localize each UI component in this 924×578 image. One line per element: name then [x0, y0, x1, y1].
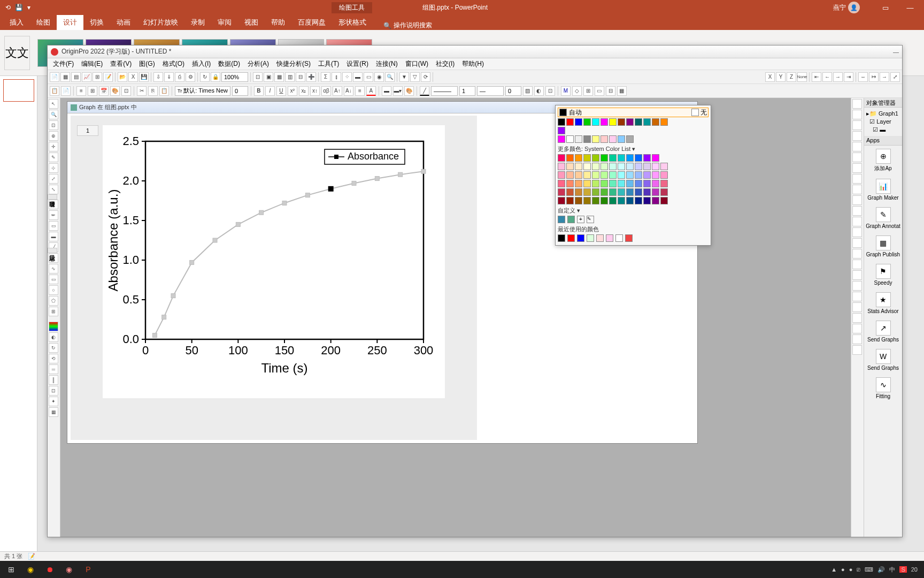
color-swatch[interactable] — [583, 197, 591, 204]
font-combo[interactable]: Tr 默认: Times New — [175, 86, 230, 96]
color-swatch[interactable] — [618, 180, 625, 187]
start-icon[interactable]: ⊞ — [3, 562, 19, 576]
color-swatch[interactable] — [660, 180, 668, 187]
color-swatch[interactable] — [626, 163, 634, 170]
rt-14[interactable] — [852, 238, 862, 248]
color-swatch[interactable] — [600, 197, 608, 204]
3d-rotate-icon[interactable]: ⟲ — [49, 354, 58, 363]
line-style-combo[interactable]: ——— — [431, 86, 458, 96]
notes-icon[interactable]: 📝 — [28, 553, 35, 560]
recalculate-icon[interactable]: ↻ — [200, 72, 210, 82]
rt-17[interactable] — [852, 270, 862, 280]
tab-draw[interactable]: 绘图 — [30, 15, 57, 30]
menu-social[interactable]: 社交(I) — [433, 58, 458, 70]
tray-1-icon[interactable]: ● — [841, 566, 845, 573]
color-swatch[interactable] — [626, 188, 634, 196]
none-col-icon[interactable]: None — [797, 72, 807, 82]
merge-icon[interactable]: ▦ — [274, 72, 284, 82]
rt-2[interactable] — [852, 110, 862, 119]
color-swatch[interactable] — [566, 118, 574, 126]
color-swatch[interactable] — [609, 118, 617, 126]
align-icon[interactable]: ≡ — [355, 86, 365, 96]
color-swatch[interactable] — [566, 135, 574, 143]
cursor-tool-icon[interactable]: ⊹ — [49, 163, 58, 173]
color-swatch[interactable] — [583, 154, 591, 162]
ribbon-opts-icon[interactable]: ▭ — [874, 4, 897, 12]
new-workbook-icon[interactable]: ▦ — [60, 72, 70, 82]
app-item[interactable]: ↗Send Graphs — [864, 317, 902, 346]
app-item[interactable]: ⊕添加Ap — [864, 146, 902, 176]
import-single-icon[interactable]: ⇓ — [164, 72, 174, 82]
y-col-icon[interactable]: Y — [776, 72, 786, 82]
rt-8[interactable] — [852, 174, 862, 184]
gradient-icon[interactable]: ◐ — [534, 86, 544, 96]
text-tool-icon[interactable]: T — [49, 200, 58, 209]
date-icon[interactable]: 📅 — [99, 86, 109, 96]
project-icon[interactable]: ⊡ — [121, 86, 131, 96]
tab-shapefmt[interactable]: 形状格式 — [332, 15, 373, 30]
color-swatch[interactable] — [592, 135, 599, 143]
tab-slideshow[interactable]: 幻灯片放映 — [137, 15, 184, 30]
color-swatch[interactable] — [592, 197, 599, 204]
color-swatch[interactable] — [635, 118, 642, 126]
lock-icon[interactable]: 🔒 — [211, 72, 220, 82]
menu-tools[interactable]: 工具(T) — [315, 58, 342, 70]
qat-dd-icon[interactable]: ▾ — [27, 4, 30, 11]
rt-9[interactable] — [852, 185, 862, 194]
color-swatch[interactable] — [643, 188, 651, 196]
color-swatch[interactable] — [652, 171, 659, 179]
color-swatch[interactable] — [558, 234, 565, 242]
menu-help[interactable]: 帮助(H) — [459, 58, 487, 70]
poly-tool-icon[interactable]: ⬠ — [49, 296, 58, 306]
rt-19[interactable] — [852, 292, 862, 301]
rt-4[interactable] — [852, 131, 862, 141]
decrease-font-icon[interactable]: A↓ — [344, 86, 353, 96]
color-swatch[interactable] — [609, 171, 617, 179]
color-swatch[interactable] — [575, 188, 582, 196]
color-swatch[interactable] — [583, 180, 591, 187]
cut-icon[interactable]: ✂ — [137, 86, 147, 96]
screen-reader-icon[interactable]: ✛ — [49, 142, 58, 151]
rt-16[interactable] — [852, 260, 862, 269]
color-swatch[interactable] — [558, 180, 565, 187]
3d-icon[interactable]: ◉ — [374, 72, 384, 82]
color-swatch[interactable] — [652, 197, 659, 204]
color-swatch[interactable] — [592, 154, 599, 162]
tab-animation[interactable]: 动画 — [110, 15, 137, 30]
color-swatch[interactable] — [583, 188, 591, 196]
origin-minimize-icon[interactable]: — — [893, 49, 899, 55]
menu-data[interactable]: 数据(D) — [215, 58, 243, 70]
rescale-tool-icon[interactable]: ⊡ — [49, 120, 58, 130]
color-swatch[interactable] — [575, 171, 582, 179]
color-swatch[interactable] — [575, 180, 582, 187]
color-swatch[interactable] — [575, 163, 582, 170]
task-chrome-icon[interactable]: ◉ — [22, 562, 38, 576]
region-roi-icon[interactable]: ⊞ — [49, 307, 58, 316]
color-swatch[interactable] — [618, 163, 625, 170]
color-auto[interactable]: 自动 无 — [558, 108, 709, 117]
add-custom-color[interactable]: + — [577, 216, 584, 223]
color-swatch[interactable] — [558, 188, 565, 196]
rt-18[interactable] — [852, 281, 862, 291]
roi-icon[interactable]: ▭ — [364, 72, 373, 82]
tray-clock[interactable]: 20 — [911, 566, 918, 573]
scale-in-icon[interactable]: ⤢ — [49, 174, 58, 184]
color-swatch[interactable] — [558, 127, 565, 134]
shape-fill-icon[interactable]: 🎨 — [404, 86, 414, 96]
task-origin-icon[interactable]: ◉ — [61, 562, 77, 576]
rt-3[interactable] — [852, 120, 862, 130]
menu-format[interactable]: 格式(O) — [159, 58, 188, 70]
menu-view[interactable]: 查看(V) — [107, 58, 135, 70]
color-swatch[interactable] — [592, 171, 599, 179]
sub-icon[interactable]: x₂ — [299, 86, 309, 96]
open-icon[interactable]: 📂 — [118, 72, 127, 82]
color-swatch[interactable] — [643, 118, 651, 126]
color-swatch[interactable] — [626, 154, 634, 162]
color-swatch[interactable] — [583, 171, 591, 179]
color-swatch[interactable] — [643, 171, 651, 179]
new-matrix-icon[interactable]: ⊞ — [93, 72, 102, 82]
app-item[interactable]: 📊Graph Maker — [864, 176, 902, 204]
color-swatch[interactable] — [618, 197, 625, 204]
tab-record[interactable]: 录制 — [184, 15, 211, 30]
zoom-combo[interactable]: 100% — [221, 72, 248, 82]
